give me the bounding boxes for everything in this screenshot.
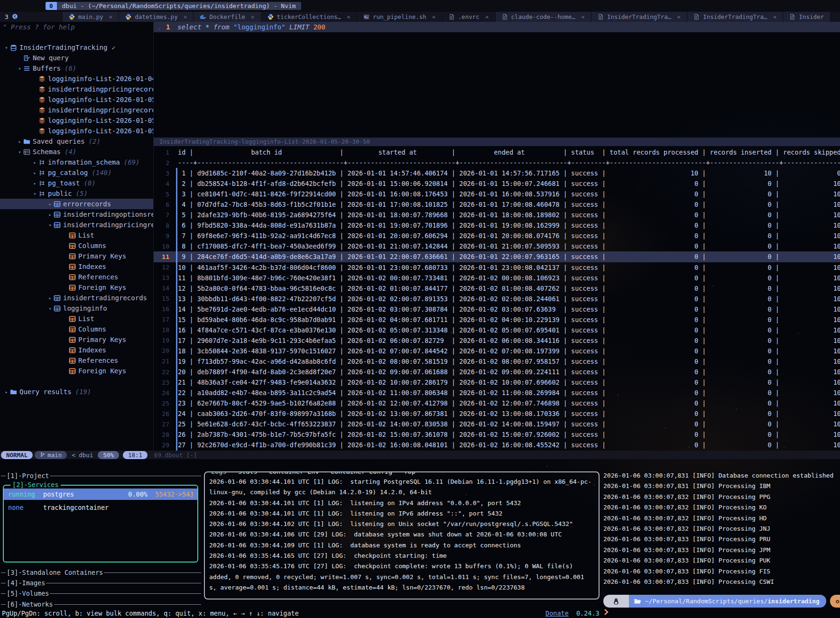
close-icon[interactable]: × (432, 13, 436, 20)
result-row-15[interactable]: 1513 | 30bbdb11-d643-4f00-8822-47b22207c… (154, 294, 840, 304)
close-icon[interactable]: × (347, 13, 351, 20)
tree-item-pg-toast[interactable]: ▸pg_toast(0) (0, 178, 153, 188)
result-row-2[interactable]: 2----+----------------------------------… (154, 157, 840, 168)
result-row-24[interactable]: 2422 | a10add82-e4b7-48ea-b895-3a11c2c9a… (154, 387, 840, 398)
tree-item-columns[interactable]: Columns (0, 324, 153, 334)
sql-query-line[interactable]: select * from "logginginfo" LIMIT 200 (177, 22, 325, 32)
tab--envrc[interactable]: .envrc× (443, 12, 496, 22)
result-row-7[interactable]: 7 5 | 2dafe329-9bfb-40b6-8195-2a6894275f… (154, 210, 840, 220)
tab-run-pipeline-sh[interactable]: run_pipeline.sh× (357, 12, 443, 22)
tree-item-insidertradingtracking[interactable]: ▾InsiderTradingTracking✓ (0, 42, 153, 53)
tree-item-buffers[interactable]: ▾Buffers(6) (0, 63, 153, 74)
result-row-6[interactable]: 6 4 | 07d7dfa2-7bc8-45b3-8d63-f1b5c2f01b… (154, 199, 840, 210)
tab-insider[interactable]: Insider (783, 12, 831, 22)
close-icon[interactable]: × (485, 13, 489, 20)
result-row-17[interactable]: 1715 | bd59abe4-80b6-46da-8c9c-958ab7d0a… (154, 314, 840, 325)
tree-item-saved-queries[interactable]: ▸Saved queries(2) (0, 136, 153, 147)
query-result-table[interactable]: 1id | batch_id | started_at | ended_at |… (154, 147, 840, 451)
result-row-16[interactable]: 1614 | 5be7691d-2ae0-4edb-ab76-ee1ecd44d… (154, 304, 840, 314)
result-row-25[interactable]: 2523 | 62e7667b-80cf-4529-9ae5-b102f6a82… (154, 398, 840, 408)
tree-item-columns[interactable]: Columns (0, 240, 153, 251)
tree-item-public[interactable]: ▾public(5) (0, 188, 153, 199)
panel-networks[interactable]: [6]-Networks (1, 600, 201, 609)
tree-item-insidertradingoptionsrec[interactable]: ▸insidertradingoptionsrec (0, 209, 153, 220)
tab-datetimes-py[interactable]: datetimes.py× (119, 12, 194, 22)
result-row-10[interactable]: 10 8 | cf170085-dfc7-4ff1-bea7-450a3eed6… (154, 241, 840, 251)
result-row-8[interactable]: 8 6 | 9fbd5820-338a-44da-808d-e91a7631b8… (154, 220, 840, 231)
result-row-9[interactable]: 9 7 | 69f8e6e7-96f3-411b-92a2-aa91c4d67e… (154, 231, 840, 241)
tree-item-schemas[interactable]: ▾Schemas(4) (0, 147, 153, 157)
tree-item-indexes[interactable]: Indexes (0, 261, 153, 272)
tree-item-logginginfo-list-2026-01-05-[interactable]: logginginfo-List-2026-01-05- (0, 126, 153, 136)
close-icon[interactable]: × (581, 13, 585, 20)
close-icon[interactable]: × (773, 13, 777, 20)
panel-project[interactable]: [1]-Project (1, 471, 201, 480)
editor-area[interactable]: . 1 select * from "logginginfo" LIMIT 20… (154, 22, 840, 451)
tree-item-primary-keys[interactable]: Primary Keys (0, 251, 153, 261)
result-row-3[interactable]: 3 1 | d9d1685c-210f-40a2-8a09-27d16b2b41… (154, 168, 840, 178)
tree-item-logginginfo[interactable]: ▾logginginfo (0, 303, 153, 314)
tree-item-references[interactable]: References (0, 272, 153, 282)
tree-item-logginginfo-list-2026-01-04-[interactable]: logginginfo-List-2026-01-04- (0, 74, 153, 84)
tab-claude-code-home-[interactable]: claude-code--home…× (496, 12, 591, 22)
result-row-26[interactable]: 2624 | caab3063-2d26-470f-83f0-898997a31… (154, 408, 840, 419)
tab-insidertradingtra-[interactable]: InsiderTradingTra…× (591, 12, 687, 22)
logs-tab-rest[interactable]: - Stats - Container Env - Container Conf… (227, 471, 415, 475)
result-row-5[interactable]: 5 3 | ce8104f1-0d7c-4811-8426-f9f22914cd… (154, 189, 840, 199)
result-row-text: 3 | ce8104f1-0d7c-4811-8426-f9f22914cd00… (175, 190, 840, 198)
result-row-4[interactable]: 4 2 | db258524-b128-4f1f-afd8-d2b642bcfe… (154, 178, 840, 189)
sql-token: * (205, 23, 213, 31)
result-row-20[interactable]: 2018 | 3cb50844-2e36-4838-9137-5970c1516… (154, 346, 840, 356)
result-row-19[interactable]: 1917 | 29607d7e-2a18-4e9b-9c11-293c4b6ef… (154, 335, 840, 346)
result-row-1[interactable]: 1id | batch_id | started_at | ended_at |… (154, 147, 840, 157)
tree-item-insidertradingpricingrecords[interactable]: insidertradingpricingrecords (0, 105, 153, 115)
panel-volumes[interactable]: [5]-Volumes (1, 589, 201, 598)
result-row-27[interactable]: 2725 | 5e61e628-dc67-43cf-bcbc-4ff653223… (154, 419, 840, 429)
result-row-18[interactable]: 1816 | 4f84a7ce-c571-43cf-87ca-e3ba0376e… (154, 325, 840, 335)
tab-main-py[interactable]: main.py× (63, 12, 120, 22)
result-row-11[interactable]: 11 9 | 284ce76f-d6d5-414d-a0b9-de8e6c3a1… (154, 251, 840, 262)
tree-item-foreign-keys[interactable]: Foreign Keys (0, 366, 153, 376)
tab-insidertradingtra-[interactable]: InsiderTradingTra…× (687, 12, 783, 22)
tab-tickercollections-[interactable]: tickerCollections…× (261, 12, 357, 22)
result-row-14[interactable]: 1412 | 5b2a80c0-0f64-4783-bbaa-96c5816e0… (154, 283, 840, 294)
tree-item-list[interactable]: List (0, 230, 153, 240)
result-row-23[interactable]: 2321 | 48b36a3f-ce04-427f-9483-fe9e014a3… (154, 377, 840, 387)
service-row-postgres[interactable]: runningpostgres0.00%55432->5432/tcp, : (4, 489, 197, 500)
panel-services[interactable]: [2]-Services runningpostgres0.00%55432->… (3, 485, 198, 563)
tab-dockerfile[interactable]: Dockerfile× (194, 12, 261, 22)
tree-item-insidertradingrecords[interactable]: ▸insidertradingrecords (0, 293, 153, 303)
tree-item-insidertradingpricingrecords[interactable]: insidertradingpricingrecords (0, 84, 153, 94)
result-row-13[interactable]: 1311 | 8b801bfd-309e-48e7-b96c-760e420e3… (154, 273, 840, 283)
result-row-21[interactable]: 2119 | f713db57-99ac-42ac-a96d-d42a8ab8c… (154, 356, 840, 367)
tree-item-pg-catalog[interactable]: ▸pg_catalog(140) (0, 167, 153, 178)
back-circle-icon[interactable] (12, 13, 18, 21)
tree-item-list[interactable]: List (0, 314, 153, 324)
result-row-29[interactable]: 2927 | 92c2670d-e9cd-4f1b-a700-dfe990b81… (154, 440, 840, 450)
tree-item-new-query[interactable]: New query (0, 53, 153, 63)
result-row-text: 13 | 30bbdb11-d643-4f00-8822-47b22207cf5… (175, 295, 840, 303)
tree-item-references[interactable]: References (0, 355, 153, 366)
result-row-12[interactable]: 1210 | 461aaf5f-3426-4c2b-b37d-806d04cf8… (154, 262, 840, 273)
close-icon[interactable]: × (251, 13, 255, 20)
tree-item-indexes[interactable]: Indexes (0, 345, 153, 355)
service-row-trackingcontainer[interactable]: nonetrackingcontainer (4, 502, 197, 513)
tree-item-errorrecords[interactable]: ▸errorrecords (0, 199, 153, 209)
tree-item-primary-keys[interactable]: Primary Keys (0, 334, 153, 345)
close-icon[interactable]: × (109, 13, 113, 20)
panel-container-logs[interactable]: Logs - Stats - Container Env - Container… (204, 471, 600, 600)
tree-item-foreign-keys[interactable]: Foreign Keys (0, 282, 153, 293)
tree-item-logginginfo-list-2026-01-05-[interactable]: logginginfo-List-2026-01-05- (0, 115, 153, 126)
panel-standalone-containers[interactable]: [3]-Standalone Containers (1, 568, 201, 577)
panel-images[interactable]: [4]-Images (1, 579, 201, 587)
tree-item-query-results[interactable]: ▸Query results(19) (0, 387, 153, 397)
result-row-28[interactable]: 2826 | 2ab7387b-4301-475b-b1e7-7b5c97bfa… (154, 429, 840, 440)
tree-item-information-schema[interactable]: ▸information_schema(69) (0, 157, 153, 167)
logs-tab-active[interactable]: Logs (211, 471, 227, 475)
result-row-22[interactable]: 2220 | deb7889f-4f90-4afd-8ab0-2c3e8d8f2… (154, 367, 840, 377)
donate-link[interactable]: Donate (545, 609, 569, 617)
close-icon[interactable]: × (184, 13, 187, 20)
close-icon[interactable]: × (677, 13, 681, 20)
tree-item-insidertradingpricingrec[interactable]: ▾insidertradingpricingrec (0, 220, 153, 230)
tree-item-logginginfo-list-2026-01-05-[interactable]: logginginfo-List-2026-01-05- (0, 94, 153, 105)
